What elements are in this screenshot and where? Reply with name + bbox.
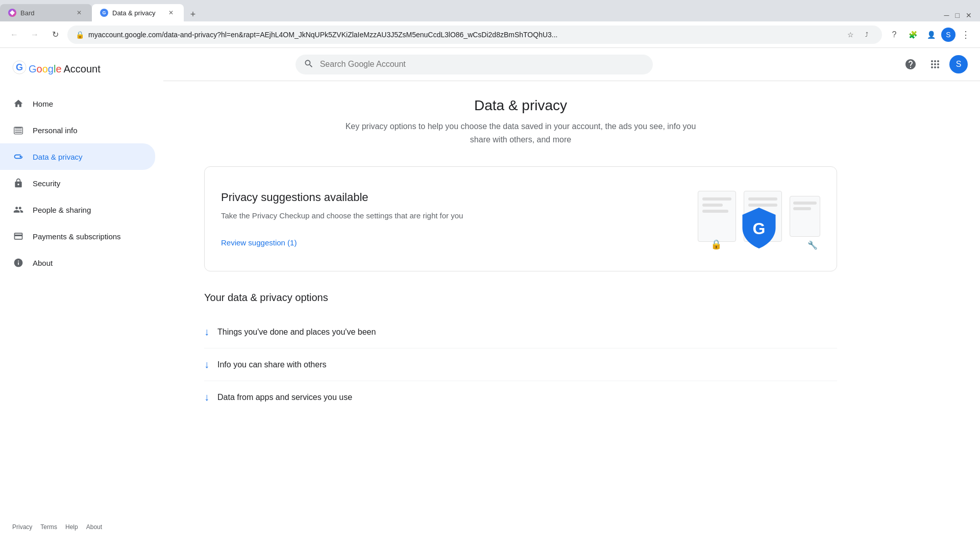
google-shield-icon: G xyxy=(740,206,778,252)
help-icon[interactable]: ? xyxy=(886,27,902,43)
window-maximize[interactable]: □ xyxy=(953,9,962,21)
doc2-line1 xyxy=(748,197,777,201)
share-icon[interactable]: ⤴ xyxy=(860,28,874,42)
page-body: Data & privacy Key privacy options to he… xyxy=(163,81,878,430)
profile-icon[interactable]: 👤 xyxy=(923,27,939,43)
bookmark-star-icon[interactable]: ☆ xyxy=(843,28,857,42)
doc3 xyxy=(790,196,820,237)
logo-e: e xyxy=(56,63,61,74)
doc3-line1 xyxy=(793,202,817,205)
doc1-line3 xyxy=(702,210,728,213)
sidebar-item-security[interactable]: Security xyxy=(0,170,155,196)
back-button[interactable]: ← xyxy=(6,27,22,43)
people-icon xyxy=(12,204,24,216)
sidebar-item-people-sharing[interactable]: People & sharing xyxy=(0,196,155,223)
option-activity-label: Things you've done and places you've bee… xyxy=(217,328,376,337)
suggestion-description: Take the Privacy Checkup and choose the … xyxy=(221,210,476,222)
navigation-bar: ← → ↻ 🔒 myaccount.google.com/data-and-pr… xyxy=(0,21,980,48)
toggle-icon xyxy=(12,151,24,163)
arrow-apps-icon: ↓ xyxy=(204,391,209,403)
footer-about-link[interactable]: About xyxy=(86,523,102,531)
sidebar-data-privacy-label: Data & privacy xyxy=(33,153,83,161)
suggestion-left: Privacy suggestions available Take the P… xyxy=(221,191,688,247)
new-tab-button[interactable]: + xyxy=(186,7,200,21)
option-sharing[interactable]: ↓ Info you can share with others xyxy=(204,348,837,381)
tab-data-privacy[interactable]: G Data & privacy ✕ xyxy=(92,4,184,21)
search-input[interactable] xyxy=(320,60,645,69)
suggestion-title: Privacy suggestions available xyxy=(221,191,688,204)
address-bar[interactable]: 🔒 myaccount.google.com/data-and-privacy?… xyxy=(67,26,882,44)
footer-help-link[interactable]: Help xyxy=(65,523,78,531)
logo-g: G xyxy=(29,63,37,74)
section-title: Your data & privacy options xyxy=(204,292,837,304)
footer-terms-link[interactable]: Terms xyxy=(40,523,57,531)
sidebar-about-label: About xyxy=(33,259,53,267)
payments-icon xyxy=(12,230,24,242)
footer-privacy-link[interactable]: Privacy xyxy=(12,523,32,531)
tab-data-privacy-close[interactable]: ✕ xyxy=(166,8,176,17)
forward-button[interactable]: → xyxy=(27,27,43,43)
sidebar: G Google Account Home Personal info xyxy=(0,48,163,551)
lock-icon xyxy=(12,177,24,189)
bard-favicon xyxy=(8,9,16,17)
arrow-sharing-icon: ↓ xyxy=(204,359,209,370)
option-apps[interactable]: ↓ Data from apps and services you use xyxy=(204,381,837,413)
svg-text:G: G xyxy=(753,219,766,238)
home-icon xyxy=(12,97,24,110)
doc1-line1 xyxy=(702,197,731,201)
top-actions: S xyxy=(900,54,968,74)
reload-button[interactable]: ↻ xyxy=(47,27,63,43)
google-account-logo[interactable]: G Google Account xyxy=(0,60,163,90)
page-subtitle: Key privacy options to help you choose t… xyxy=(342,120,699,146)
sidebar-people-sharing-label: People & sharing xyxy=(33,206,91,214)
logo-o1: o xyxy=(37,63,42,74)
option-sharing-label: Info you can share with others xyxy=(217,360,326,369)
extensions-icon[interactable]: 🧩 xyxy=(904,27,921,43)
sidebar-personal-info-label: Personal info xyxy=(33,126,78,135)
review-suggestion-link[interactable]: Review suggestion (1) xyxy=(221,238,297,247)
sidebar-item-about[interactable]: About xyxy=(0,249,155,276)
page-title: Data & privacy xyxy=(204,97,837,114)
main-top-bar: S xyxy=(163,48,980,81)
window-close[interactable]: ✕ xyxy=(964,9,974,21)
account-text: Account xyxy=(64,63,101,75)
browser-actions: ? 🧩 👤 S ⋮ xyxy=(886,27,974,43)
option-apps-label: Data from apps and services you use xyxy=(217,393,352,402)
option-activity[interactable]: ↓ Things you've done and places you've b… xyxy=(204,316,837,348)
main-content: S Data & privacy Key privacy options to … xyxy=(163,48,980,551)
tab-bard-title: Bard xyxy=(20,9,70,17)
tab-bard-close[interactable]: ✕ xyxy=(75,8,84,17)
search-bar[interactable] xyxy=(296,55,653,74)
user-avatar[interactable]: S xyxy=(949,55,968,73)
address-actions: ☆ ⤴ xyxy=(843,28,874,42)
privacy-graphic: 🔒 G xyxy=(688,183,820,255)
logo-text: Google xyxy=(29,63,62,75)
address-text: myaccount.google.com/data-and-privacy?hl… xyxy=(88,31,839,39)
tab-data-privacy-title: Data & privacy xyxy=(112,9,162,17)
apps-icon[interactable] xyxy=(925,54,945,74)
sidebar-security-label: Security xyxy=(33,179,60,188)
sidebar-home-label: Home xyxy=(33,99,53,108)
window-controls: ─ □ ✕ xyxy=(936,9,980,21)
sidebar-item-home[interactable]: Home xyxy=(0,90,155,117)
logo-g2: g xyxy=(48,63,54,74)
arrow-activity-icon: ↓ xyxy=(204,326,209,338)
logo-o2: o xyxy=(42,63,48,74)
doc1 xyxy=(698,191,736,242)
window-minimize[interactable]: ─ xyxy=(942,9,951,21)
doc3-line2 xyxy=(793,207,811,210)
browser-menu-icon[interactable]: ⋮ xyxy=(958,27,974,43)
tab-bar: Bard ✕ G Data & privacy ✕ + ─ □ ✕ xyxy=(0,0,980,21)
google-favicon: G xyxy=(100,9,108,17)
sidebar-payments-label: Payments & subscriptions xyxy=(33,232,121,241)
browser-chrome: Bard ✕ G Data & privacy ✕ + ─ □ ✕ ← → ↻ … xyxy=(0,0,980,48)
info-icon xyxy=(12,257,24,269)
sidebar-item-personal-info[interactable]: Personal info xyxy=(0,117,155,143)
google-account-avatar[interactable]: S xyxy=(941,28,955,42)
search-icon xyxy=(304,59,314,70)
sidebar-item-data-privacy[interactable]: Data & privacy xyxy=(0,143,155,170)
svg-text:G: G xyxy=(16,62,23,72)
tab-bard[interactable]: Bard ✕ xyxy=(0,4,92,21)
help-circle-icon[interactable] xyxy=(900,54,921,74)
sidebar-item-payments[interactable]: Payments & subscriptions xyxy=(0,223,155,249)
